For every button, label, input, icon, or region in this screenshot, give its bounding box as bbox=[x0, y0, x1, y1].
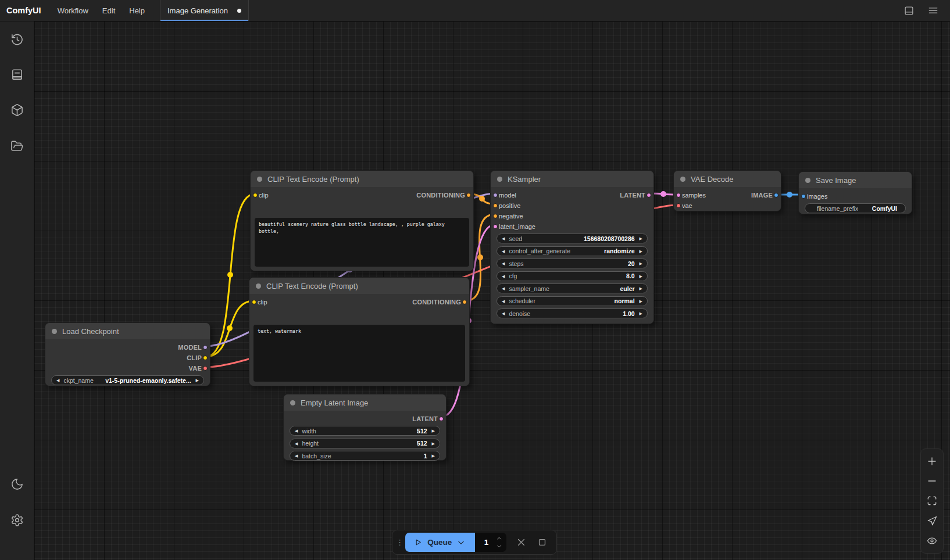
widget-ckpt-name[interactable]: ◀ ckpt_name v1-5-pruned-emaonly.safete..… bbox=[51, 375, 204, 385]
input-slot-clip[interactable] bbox=[253, 193, 258, 198]
widget-decrement-icon[interactable]: ◀ bbox=[502, 236, 505, 240]
widget-decrement-icon[interactable]: ◀ bbox=[295, 441, 298, 446]
batch-count-field[interactable]: 1 bbox=[475, 533, 507, 552]
output-slot-vae[interactable] bbox=[203, 366, 208, 371]
node-titlebar[interactable]: Empty Latent Image bbox=[284, 394, 446, 411]
sidebar-item-history[interactable] bbox=[5, 27, 30, 52]
widget-seed[interactable]: ◀ seed 156680208700286 ▶ bbox=[497, 234, 648, 243]
widget-decrement-icon[interactable]: ◀ bbox=[502, 311, 505, 315]
widget-increment-icon[interactable]: ▶ bbox=[640, 261, 642, 265]
input-slot-latent-image[interactable] bbox=[493, 224, 498, 229]
input-slot-samples[interactable] bbox=[676, 193, 681, 198]
input-slot-negative[interactable] bbox=[493, 214, 498, 218]
increment-icon[interactable] bbox=[496, 535, 502, 541]
menu-help[interactable]: Help bbox=[122, 0, 152, 21]
widget-decrement-icon[interactable]: ◀ bbox=[502, 286, 505, 290]
widget-filename-prefix[interactable]: filename_prefix ComfyUI bbox=[805, 203, 906, 213]
widget-decrement-icon[interactable]: ◀ bbox=[502, 261, 505, 265]
sidebar-item-settings[interactable] bbox=[5, 508, 30, 533]
widget-increment-icon[interactable]: ▶ bbox=[432, 429, 435, 433]
widget-cfg[interactable]: ◀ cfg 8.0 ▶ bbox=[497, 271, 648, 281]
node-titlebar[interactable]: KSampler bbox=[491, 171, 653, 187]
clear-queue-button[interactable] bbox=[515, 536, 527, 549]
sidebar-item-node-library[interactable] bbox=[5, 98, 30, 123]
slot-row: LATENT bbox=[284, 414, 446, 424]
slot-row: negative bbox=[491, 211, 653, 221]
widget-decrement-icon[interactable]: ◀ bbox=[502, 299, 505, 303]
node-empty-latent-image[interactable]: Empty Latent Image LATENT ◀ width 512 ▶ … bbox=[283, 394, 447, 461]
slot-row: clip CONDITIONING bbox=[251, 190, 473, 200]
widget-increment-icon[interactable]: ▶ bbox=[640, 236, 642, 240]
node-load-checkpoint[interactable]: Load Checkpoint MODEL CLIP VAE ◀ ckpt_na… bbox=[45, 322, 210, 386]
node-clip-text-encode-negative[interactable]: CLIP Text Encode (Prompt) clip CONDITION… bbox=[249, 277, 470, 386]
widget-decrement-icon[interactable]: ◀ bbox=[56, 378, 59, 382]
widget-control-after-generate[interactable]: ◀ control_after_generate randomize ▶ bbox=[497, 246, 648, 256]
widget-denoise[interactable]: ◀ denoise 1.00 ▶ bbox=[497, 308, 648, 318]
node-titlebar[interactable]: Load Checkpoint bbox=[45, 323, 210, 339]
node-titlebar[interactable]: CLIP Text Encode (Prompt) bbox=[249, 278, 469, 294]
node-titlebar[interactable]: CLIP Text Encode (Prompt) bbox=[251, 171, 473, 187]
input-slot-vae[interactable] bbox=[676, 203, 681, 208]
output-slot-latent[interactable] bbox=[647, 193, 651, 198]
widget-decrement-icon[interactable]: ◀ bbox=[502, 249, 505, 253]
widget-width[interactable]: ◀ width 512 ▶ bbox=[290, 426, 440, 436]
input-slot-clip[interactable] bbox=[252, 300, 256, 304]
node-titlebar[interactable]: Save Image bbox=[799, 172, 912, 188]
input-slot-model[interactable] bbox=[493, 193, 498, 198]
select-mode-button[interactable] bbox=[923, 512, 941, 530]
node-body: MODEL CLIP VAE ◀ ckpt_name v1-5-pruned-e… bbox=[45, 339, 210, 386]
widget-decrement-icon[interactable]: ◀ bbox=[502, 274, 505, 278]
node-ksampler[interactable]: KSampler model LATENT positive negative … bbox=[490, 170, 654, 324]
output-slot-latent[interactable] bbox=[439, 417, 444, 421]
node-titlebar[interactable]: VAE Decode bbox=[674, 171, 781, 187]
widget-sampler-name[interactable]: ◀ sampler_name euler ▶ bbox=[497, 283, 648, 293]
output-slot-model[interactable] bbox=[203, 345, 208, 350]
widget-decrement-icon[interactable]: ◀ bbox=[295, 454, 298, 458]
widget-increment-icon[interactable]: ▶ bbox=[640, 274, 642, 278]
prompt-text-widget[interactable]: beautiful scenery nature glass bottle la… bbox=[255, 218, 469, 267]
node-save-image[interactable]: Save Image images filename_prefix ComfyU… bbox=[798, 171, 912, 214]
input-slot-positive[interactable] bbox=[493, 203, 498, 208]
sidebar-item-workflows[interactable] bbox=[5, 134, 30, 159]
node-clip-text-encode-positive[interactable]: CLIP Text Encode (Prompt) clip CONDITION… bbox=[250, 170, 474, 271]
widget-scheduler[interactable]: ◀ scheduler normal ▶ bbox=[497, 296, 648, 306]
input-slot-images[interactable] bbox=[801, 194, 806, 199]
queue-button[interactable]: Queue bbox=[405, 533, 475, 552]
stop-button[interactable] bbox=[536, 536, 548, 549]
drag-handle-icon[interactable]: ⋮ bbox=[396, 540, 403, 544]
widget-increment-icon[interactable]: ▶ bbox=[640, 286, 642, 290]
widget-increment-icon[interactable]: ▶ bbox=[640, 249, 642, 253]
widget-decrement-icon[interactable]: ◀ bbox=[295, 429, 298, 433]
main-menu-button[interactable] bbox=[924, 2, 942, 19]
output-slot-image[interactable] bbox=[774, 193, 778, 198]
fit-view-button[interactable] bbox=[923, 492, 941, 509]
sidebar-item-theme-toggle[interactable] bbox=[5, 472, 30, 497]
prompt-text-widget[interactable]: text, watermark bbox=[253, 325, 465, 382]
output-slot-clip[interactable] bbox=[203, 356, 208, 360]
zoom-in-icon bbox=[927, 456, 937, 466]
output-slot-conditioning[interactable] bbox=[462, 300, 467, 304]
widget-increment-icon[interactable]: ▶ bbox=[196, 378, 199, 382]
widget-batch-size[interactable]: ◀ batch_size 1 ▶ bbox=[290, 451, 440, 461]
output-slot-conditioning[interactable] bbox=[466, 193, 471, 198]
workflow-tab-image-generation[interactable]: Image Generation bbox=[160, 0, 249, 21]
widget-increment-icon[interactable]: ▶ bbox=[432, 441, 435, 446]
queue-button-group: Queue 1 bbox=[405, 533, 506, 552]
menu-edit[interactable]: Edit bbox=[95, 0, 122, 21]
sidebar-item-queue[interactable] bbox=[5, 62, 30, 87]
widget-steps[interactable]: ◀ steps 20 ▶ bbox=[497, 259, 648, 268]
widget-increment-icon[interactable]: ▶ bbox=[640, 311, 642, 315]
decrement-icon[interactable] bbox=[496, 543, 502, 550]
menu-workflow[interactable]: Workflow bbox=[51, 0, 95, 21]
zoom-out-button[interactable] bbox=[923, 472, 941, 490]
toggle-links-button[interactable] bbox=[923, 532, 941, 550]
node-title: KSampler bbox=[508, 175, 541, 184]
node-vae-decode[interactable]: VAE Decode samples IMAGE vae bbox=[673, 170, 781, 211]
widget-increment-icon[interactable]: ▶ bbox=[432, 454, 435, 458]
node-title: Load Checkpoint bbox=[62, 327, 119, 336]
widget-increment-icon[interactable]: ▶ bbox=[640, 299, 642, 303]
bottom-panel-button[interactable] bbox=[900, 2, 917, 19]
widget-height[interactable]: ◀ height 512 ▶ bbox=[290, 439, 440, 448]
zoom-in-button[interactable] bbox=[923, 453, 941, 470]
settings-gear-icon bbox=[10, 514, 24, 527]
